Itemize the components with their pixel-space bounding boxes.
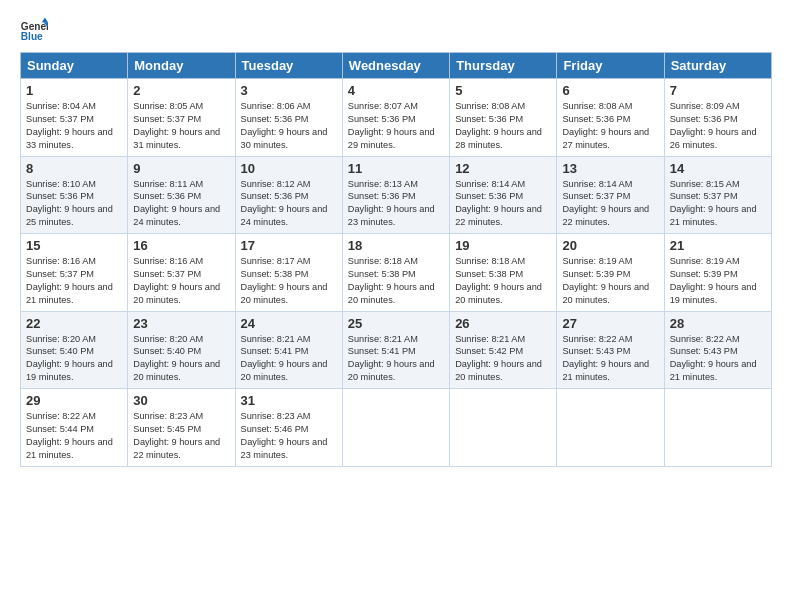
calendar-cell: 25 Sunrise: 8:21 AM Sunset: 5:41 PM Dayl… [342, 311, 449, 389]
calendar-cell: 1 Sunrise: 8:04 AM Sunset: 5:37 PM Dayli… [21, 79, 128, 157]
cell-text: Sunrise: 8:15 AM Sunset: 5:37 PM Dayligh… [670, 178, 766, 230]
calendar-cell: 22 Sunrise: 8:20 AM Sunset: 5:40 PM Dayl… [21, 311, 128, 389]
calendar-cell: 5 Sunrise: 8:08 AM Sunset: 5:36 PM Dayli… [450, 79, 557, 157]
cell-text: Sunrise: 8:17 AM Sunset: 5:38 PM Dayligh… [241, 255, 337, 307]
calendar-cell: 26 Sunrise: 8:21 AM Sunset: 5:42 PM Dayl… [450, 311, 557, 389]
logo-icon: General Blue [20, 16, 48, 44]
day-number: 2 [133, 83, 229, 98]
calendar-cell: 13 Sunrise: 8:14 AM Sunset: 5:37 PM Dayl… [557, 156, 664, 234]
header-cell-tuesday: Tuesday [235, 53, 342, 79]
calendar-body: 1 Sunrise: 8:04 AM Sunset: 5:37 PM Dayli… [21, 79, 772, 467]
day-number: 16 [133, 238, 229, 253]
svg-text:Blue: Blue [21, 31, 43, 42]
cell-text: Sunrise: 8:20 AM Sunset: 5:40 PM Dayligh… [133, 333, 229, 385]
cell-text: Sunrise: 8:18 AM Sunset: 5:38 PM Dayligh… [455, 255, 551, 307]
svg-marker-2 [42, 18, 48, 23]
header-cell-sunday: Sunday [21, 53, 128, 79]
day-number: 23 [133, 316, 229, 331]
day-number: 22 [26, 316, 122, 331]
cell-text: Sunrise: 8:22 AM Sunset: 5:43 PM Dayligh… [562, 333, 658, 385]
header: General Blue [20, 16, 772, 44]
day-number: 31 [241, 393, 337, 408]
calendar-table: SundayMondayTuesdayWednesdayThursdayFrid… [20, 52, 772, 467]
calendar-cell: 19 Sunrise: 8:18 AM Sunset: 5:38 PM Dayl… [450, 234, 557, 312]
calendar-cell [664, 389, 771, 467]
day-number: 19 [455, 238, 551, 253]
day-number: 15 [26, 238, 122, 253]
cell-text: Sunrise: 8:14 AM Sunset: 5:36 PM Dayligh… [455, 178, 551, 230]
calendar-cell: 17 Sunrise: 8:17 AM Sunset: 5:38 PM Dayl… [235, 234, 342, 312]
day-number: 8 [26, 161, 122, 176]
week-row-4: 22 Sunrise: 8:20 AM Sunset: 5:40 PM Dayl… [21, 311, 772, 389]
day-number: 10 [241, 161, 337, 176]
calendar-cell: 28 Sunrise: 8:22 AM Sunset: 5:43 PM Dayl… [664, 311, 771, 389]
day-number: 20 [562, 238, 658, 253]
cell-text: Sunrise: 8:20 AM Sunset: 5:40 PM Dayligh… [26, 333, 122, 385]
logo: General Blue [20, 16, 52, 44]
calendar-cell: 11 Sunrise: 8:13 AM Sunset: 5:36 PM Dayl… [342, 156, 449, 234]
cell-text: Sunrise: 8:19 AM Sunset: 5:39 PM Dayligh… [670, 255, 766, 307]
cell-text: Sunrise: 8:23 AM Sunset: 5:46 PM Dayligh… [241, 410, 337, 462]
calendar-cell: 6 Sunrise: 8:08 AM Sunset: 5:36 PM Dayli… [557, 79, 664, 157]
page: General Blue SundayMondayTuesdayWednesda… [0, 0, 792, 477]
cell-text: Sunrise: 8:22 AM Sunset: 5:43 PM Dayligh… [670, 333, 766, 385]
calendar-header-row: SundayMondayTuesdayWednesdayThursdayFrid… [21, 53, 772, 79]
calendar-cell: 23 Sunrise: 8:20 AM Sunset: 5:40 PM Dayl… [128, 311, 235, 389]
cell-text: Sunrise: 8:16 AM Sunset: 5:37 PM Dayligh… [133, 255, 229, 307]
cell-text: Sunrise: 8:08 AM Sunset: 5:36 PM Dayligh… [455, 100, 551, 152]
calendar-cell: 20 Sunrise: 8:19 AM Sunset: 5:39 PM Dayl… [557, 234, 664, 312]
cell-text: Sunrise: 8:21 AM Sunset: 5:41 PM Dayligh… [348, 333, 444, 385]
week-row-1: 1 Sunrise: 8:04 AM Sunset: 5:37 PM Dayli… [21, 79, 772, 157]
calendar-cell: 24 Sunrise: 8:21 AM Sunset: 5:41 PM Dayl… [235, 311, 342, 389]
header-cell-saturday: Saturday [664, 53, 771, 79]
day-number: 24 [241, 316, 337, 331]
day-number: 14 [670, 161, 766, 176]
cell-text: Sunrise: 8:04 AM Sunset: 5:37 PM Dayligh… [26, 100, 122, 152]
cell-text: Sunrise: 8:22 AM Sunset: 5:44 PM Dayligh… [26, 410, 122, 462]
cell-text: Sunrise: 8:18 AM Sunset: 5:38 PM Dayligh… [348, 255, 444, 307]
calendar-cell: 10 Sunrise: 8:12 AM Sunset: 5:36 PM Dayl… [235, 156, 342, 234]
day-number: 18 [348, 238, 444, 253]
calendar-cell: 3 Sunrise: 8:06 AM Sunset: 5:36 PM Dayli… [235, 79, 342, 157]
calendar-cell: 16 Sunrise: 8:16 AM Sunset: 5:37 PM Dayl… [128, 234, 235, 312]
day-number: 21 [670, 238, 766, 253]
calendar-cell: 21 Sunrise: 8:19 AM Sunset: 5:39 PM Dayl… [664, 234, 771, 312]
calendar-cell [342, 389, 449, 467]
day-number: 17 [241, 238, 337, 253]
calendar-cell [557, 389, 664, 467]
header-cell-thursday: Thursday [450, 53, 557, 79]
week-row-5: 29 Sunrise: 8:22 AM Sunset: 5:44 PM Dayl… [21, 389, 772, 467]
day-number: 26 [455, 316, 551, 331]
cell-text: Sunrise: 8:16 AM Sunset: 5:37 PM Dayligh… [26, 255, 122, 307]
day-number: 3 [241, 83, 337, 98]
calendar-cell: 30 Sunrise: 8:23 AM Sunset: 5:45 PM Dayl… [128, 389, 235, 467]
cell-text: Sunrise: 8:13 AM Sunset: 5:36 PM Dayligh… [348, 178, 444, 230]
calendar-cell: 2 Sunrise: 8:05 AM Sunset: 5:37 PM Dayli… [128, 79, 235, 157]
calendar-cell: 31 Sunrise: 8:23 AM Sunset: 5:46 PM Dayl… [235, 389, 342, 467]
header-cell-wednesday: Wednesday [342, 53, 449, 79]
day-number: 12 [455, 161, 551, 176]
cell-text: Sunrise: 8:12 AM Sunset: 5:36 PM Dayligh… [241, 178, 337, 230]
day-number: 30 [133, 393, 229, 408]
calendar-cell: 14 Sunrise: 8:15 AM Sunset: 5:37 PM Dayl… [664, 156, 771, 234]
calendar-cell: 18 Sunrise: 8:18 AM Sunset: 5:38 PM Dayl… [342, 234, 449, 312]
cell-text: Sunrise: 8:14 AM Sunset: 5:37 PM Dayligh… [562, 178, 658, 230]
cell-text: Sunrise: 8:23 AM Sunset: 5:45 PM Dayligh… [133, 410, 229, 462]
calendar-cell: 7 Sunrise: 8:09 AM Sunset: 5:36 PM Dayli… [664, 79, 771, 157]
day-number: 7 [670, 83, 766, 98]
cell-text: Sunrise: 8:06 AM Sunset: 5:36 PM Dayligh… [241, 100, 337, 152]
day-number: 27 [562, 316, 658, 331]
calendar-cell: 15 Sunrise: 8:16 AM Sunset: 5:37 PM Dayl… [21, 234, 128, 312]
cell-text: Sunrise: 8:07 AM Sunset: 5:36 PM Dayligh… [348, 100, 444, 152]
calendar-cell: 4 Sunrise: 8:07 AM Sunset: 5:36 PM Dayli… [342, 79, 449, 157]
cell-text: Sunrise: 8:11 AM Sunset: 5:36 PM Dayligh… [133, 178, 229, 230]
calendar-cell: 9 Sunrise: 8:11 AM Sunset: 5:36 PM Dayli… [128, 156, 235, 234]
calendar-cell: 27 Sunrise: 8:22 AM Sunset: 5:43 PM Dayl… [557, 311, 664, 389]
day-number: 4 [348, 83, 444, 98]
header-cell-monday: Monday [128, 53, 235, 79]
day-number: 13 [562, 161, 658, 176]
header-cell-friday: Friday [557, 53, 664, 79]
cell-text: Sunrise: 8:21 AM Sunset: 5:42 PM Dayligh… [455, 333, 551, 385]
cell-text: Sunrise: 8:05 AM Sunset: 5:37 PM Dayligh… [133, 100, 229, 152]
cell-text: Sunrise: 8:19 AM Sunset: 5:39 PM Dayligh… [562, 255, 658, 307]
